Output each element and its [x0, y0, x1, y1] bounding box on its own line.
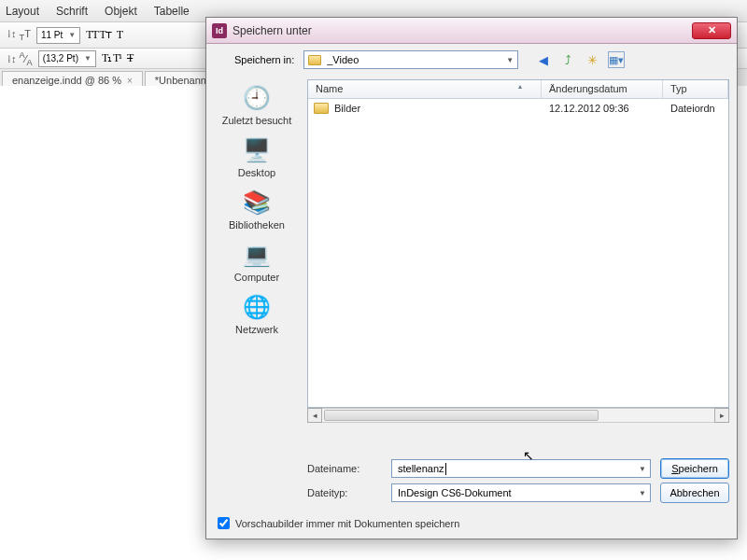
folder-icon	[308, 55, 321, 65]
menu-layout[interactable]: Layout	[6, 5, 39, 18]
strike-buttons[interactable]: T₁ T¹	[102, 51, 121, 65]
scroll-thumb[interactable]	[324, 410, 599, 421]
place-libraries[interactable]: 📚Bibliotheken	[212, 188, 302, 231]
scroll-left-icon[interactable]: ◂	[307, 408, 322, 423]
folder-icon	[314, 103, 329, 114]
cancel-button[interactable]: Abbrechen	[660, 483, 729, 503]
place-computer[interactable]: 💻Computer	[212, 240, 302, 283]
close-icon[interactable]: ×	[127, 76, 133, 86]
place-network[interactable]: 🌐Netzwerk	[212, 292, 302, 335]
filetype-label: Dateityp:	[307, 487, 382, 498]
lookin-row: Speichern in: _Video ▼ ◀ ⤴ ✳ ▦▾	[206, 44, 737, 72]
column-date[interactable]: Änderungsdatum	[542, 80, 663, 98]
file-list-header: ▴ Name Änderungsdatum Typ	[308, 80, 728, 99]
font-size-field[interactable]: 11 Pt▼	[36, 27, 80, 44]
save-as-dialog: Id Speichern unter ✕ Speichern in: _Vide…	[205, 17, 738, 539]
leading-field[interactable]: (13,2 Pt)▼	[38, 50, 96, 67]
menu-schrift[interactable]: Schrift	[56, 5, 88, 18]
app-icon: Id	[212, 23, 227, 38]
place-recent[interactable]: 🕘Zuletzt besucht	[212, 83, 302, 126]
file-list: ▴ Name Änderungsdatum Typ Bilder 12.12.2…	[307, 79, 729, 408]
menu-objekt[interactable]: Objekt	[105, 5, 137, 18]
leading-icon: ⁞↕ A⁄A	[7, 50, 33, 67]
horizontal-scrollbar[interactable]: ◂ ▸	[307, 408, 729, 423]
place-desktop[interactable]: 🖥️Desktop	[212, 135, 302, 178]
preview-checkbox[interactable]	[218, 517, 230, 529]
places-bar: 🕘Zuletzt besucht 🖥️Desktop 📚Bibliotheken…	[210, 77, 303, 436]
scroll-right-icon[interactable]: ▸	[714, 408, 729, 423]
table-row[interactable]: Bilder 12.12.2012 09:36 Dateiordn	[308, 99, 728, 118]
filename-input[interactable]: stellenanz▼	[391, 459, 651, 478]
lookin-label: Speichern in:	[234, 54, 294, 65]
sort-indicator-icon: ▴	[518, 82, 522, 91]
caps-buttons[interactable]: TT Tᴛ	[86, 28, 111, 42]
new-folder-icon[interactable]: ✳	[584, 51, 600, 68]
filename-label: Dateiname:	[307, 463, 382, 474]
column-type[interactable]: Typ	[663, 80, 728, 98]
dialog-title: Speichern unter	[233, 24, 312, 37]
close-button[interactable]: ✕	[692, 22, 731, 39]
view-menu-icon[interactable]: ▦▾	[608, 51, 625, 68]
back-icon[interactable]: ◀	[535, 51, 552, 68]
save-button[interactable]: Speichern	[660, 458, 729, 479]
dialog-titlebar: Id Speichern unter ✕	[206, 18, 737, 44]
case-button[interactable]: T	[117, 28, 122, 42]
column-name[interactable]: Name	[308, 80, 542, 98]
strikethrough-button[interactable]: T	[127, 51, 133, 65]
filetype-combo[interactable]: InDesign CS6-Dokument▼	[391, 483, 651, 502]
fontsize-icon: ⁞↕ TT	[7, 28, 31, 42]
dialog-bottom: Dateiname: stellenanz▼ Speichern Dateity…	[307, 456, 729, 505]
preview-checkbox-row: Vorschaubilder immer mit Dokumenten spei…	[218, 517, 459, 529]
up-icon[interactable]: ⤴	[559, 51, 576, 68]
preview-checkbox-label: Vorschaubilder immer mit Dokumenten spei…	[235, 518, 459, 529]
menu-tabelle[interactable]: Tabelle	[154, 5, 190, 18]
lookin-combo[interactable]: _Video ▼	[303, 50, 518, 69]
